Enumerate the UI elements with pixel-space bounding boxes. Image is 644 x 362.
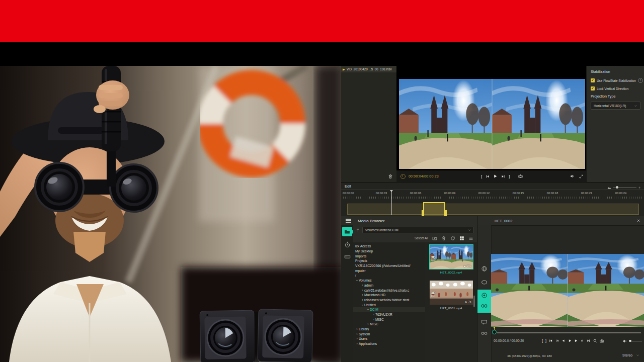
tree-item[interactable]: Imports [353, 253, 425, 258]
tab-edit[interactable]: Edit [345, 184, 351, 189]
flowstate-row: ✓ Use FlowState Stabilization ? [591, 78, 640, 83]
lock-vertical-checkbox[interactable]: ✓ [591, 86, 595, 90]
tree-item[interactable]: ›Library [353, 327, 425, 332]
timeline-clip-track[interactable] [347, 204, 639, 215]
snapshot-button[interactable] [518, 174, 523, 178]
step-forward-button[interactable] [581, 339, 585, 343]
play-forward-button[interactable] [574, 339, 578, 343]
tree-item-selected[interactable]: ›DCIM [353, 307, 425, 312]
comment-view-button[interactable] [477, 319, 491, 325]
help-icon[interactable]: ? [638, 78, 643, 83]
tick-label: 00:00:00 [343, 192, 354, 195]
tree-item[interactable]: ›rclaassen.webdav.hidrive.strat [353, 298, 425, 303]
timeline-ruler[interactable]: 00:00:00 00:00:03 00:00:06 00:00:09 00:0… [341, 190, 644, 200]
projection-type-select[interactable]: Horizontal VR180(LR) [591, 102, 640, 110]
tree-item[interactable]: ›System [353, 331, 425, 336]
volume-icon[interactable] [570, 174, 575, 178]
set-in-button[interactable]: [ [481, 174, 482, 178]
step-back-button[interactable] [555, 339, 559, 343]
viewer-timecode: 00:00:04/00:00:23 [409, 174, 439, 178]
tree-item[interactable]: VXR118C200366 (/Volumes/Untitled/ [353, 263, 425, 268]
up-directory-icon[interactable] [356, 228, 360, 232]
snapshot-button[interactable] [600, 339, 604, 343]
panel-resize-handle[interactable] [473, 296, 475, 307]
skip-start-button[interactable] [549, 339, 553, 343]
tree-item[interactable]: ›Volumes [353, 278, 425, 283]
play-button[interactable] [493, 174, 498, 178]
flat-view-button[interactable] [477, 279, 491, 286]
stereo-preview-frame[interactable] [491, 254, 644, 327]
tick-label: 00:00:18 [547, 192, 558, 195]
mountain-icon [607, 186, 611, 190]
tree-item[interactable]: Projects [353, 258, 425, 263]
zoom-icon[interactable] [593, 339, 597, 343]
list-view-icon[interactable] [468, 236, 473, 241]
transport-controls: [ ] [481, 174, 523, 178]
tree-expand-icon: › [372, 313, 375, 316]
tree-expand-icon: › [355, 279, 359, 282]
zoom-in-button[interactable]: + [638, 186, 640, 190]
tick-label: 00:00:03 [376, 192, 387, 195]
media-thumbnail[interactable]: 3D180 ▶7s HET_0001.mp4 [430, 281, 473, 310]
play-button[interactable] [568, 339, 572, 343]
preview-playhead[interactable] [492, 330, 497, 334]
tree-item[interactable]: ›763VUZXR [353, 312, 425, 317]
stereo-video-frame[interactable] [399, 79, 585, 169]
mute-icon[interactable] [622, 339, 627, 343]
fisheye-view-button[interactable] [477, 292, 491, 299]
tree-item[interactable]: ick Access [353, 244, 425, 249]
projection-type-value: Horizontal VR180(LR) [594, 104, 626, 108]
preview-scrub-bar[interactable] [497, 332, 641, 333]
tree-item[interactable]: ›Untitled [353, 302, 425, 307]
tree-item[interactable]: My Desktop [353, 249, 425, 254]
tree-item[interactable]: ›MISC [353, 317, 425, 322]
media-toolbar: /Volumes/Untitled/DCIM Select All [353, 225, 477, 243]
tree-item[interactable]: ›Users [353, 336, 425, 341]
sphere-view-button[interactable] [477, 265, 491, 272]
preview-title: HET_0002 [495, 219, 512, 223]
source-history-button[interactable] [343, 241, 352, 248]
set-in-button[interactable]: [ [542, 339, 543, 343]
source-folder-button[interactable] [342, 227, 352, 236]
timeline-zoom-slider[interactable] [613, 188, 636, 188]
tree-item[interactable]: ›Applications [353, 341, 425, 346]
tree-item[interactable]: ›admin [353, 283, 425, 288]
product-camera-left [200, 310, 255, 362]
anaglyph-view-button[interactable] [477, 330, 491, 336]
timeline-selection[interactable] [423, 202, 445, 217]
close-icon[interactable] [636, 219, 640, 223]
tree-expand-icon: › [361, 293, 364, 297]
volume-slider[interactable] [629, 341, 642, 341]
thumbnail-filename: HET_0001.mp4 [430, 306, 473, 310]
path-dropdown[interactable]: /Volumes/Untitled/DCIM [362, 227, 474, 233]
tree-item[interactable]: / [353, 273, 425, 278]
select-all-button[interactable]: Select All [415, 236, 428, 240]
grid-view-icon[interactable] [459, 236, 464, 241]
tree-item[interactable]: mputer [353, 268, 425, 273]
tree-item[interactable]: ›Macintosh HD [353, 293, 425, 298]
reset-view-icon[interactable] [400, 174, 406, 179]
flowstate-checkbox[interactable]: ✓ [591, 78, 595, 82]
media-thumbnail-selected[interactable]: 3D180 ▶20s HET_0002.mp4 [430, 245, 473, 274]
skip-end-button[interactable] [587, 339, 591, 343]
timeline-playhead[interactable] [391, 190, 392, 215]
stereo-mode-dropdown[interactable]: Stereo [622, 353, 639, 357]
delete-clip-icon[interactable] [388, 174, 393, 179]
tick-label: 00:00:09 [444, 192, 456, 195]
trash-icon[interactable] [441, 236, 446, 241]
source-sdcard-button[interactable] [343, 253, 352, 260]
skip-end-button[interactable] [501, 174, 505, 178]
tree-item[interactable]: ›MISC [353, 322, 425, 327]
skip-start-button[interactable] [486, 174, 490, 178]
fullscreen-icon[interactable] [579, 174, 583, 178]
tree-item[interactable]: ›callr65.webdav.hidrive.strato.c [353, 288, 425, 293]
tree-expand-icon: › [361, 298, 364, 302]
clip-list-item[interactable]: ▶ VID_20190420_..5_00_198.insv [341, 66, 396, 72]
menu-icon[interactable] [346, 218, 351, 224]
set-out-button[interactable]: ] [545, 339, 546, 343]
stereo-view-button[interactable] [477, 303, 491, 309]
import-folder-icon[interactable] [432, 236, 437, 241]
set-out-button[interactable]: ] [509, 174, 510, 178]
refresh-icon[interactable] [450, 236, 455, 241]
play-reverse-button[interactable] [561, 339, 566, 343]
